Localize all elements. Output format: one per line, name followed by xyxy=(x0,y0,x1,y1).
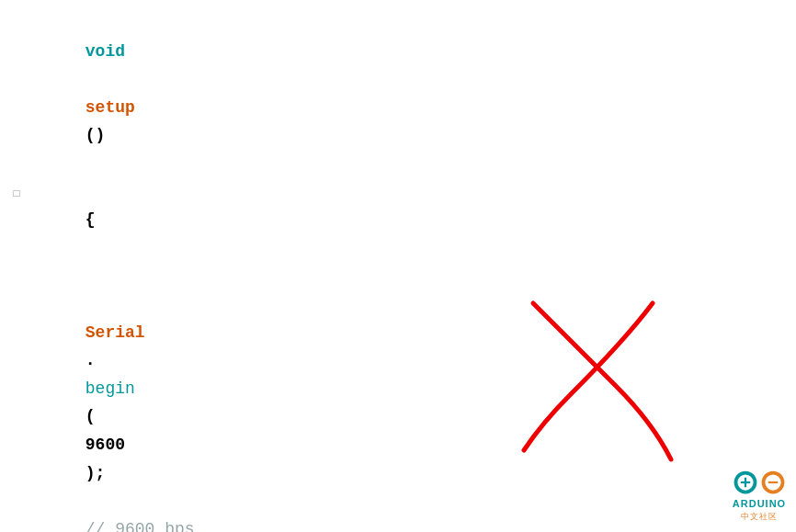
func-setup: setup xyxy=(85,98,135,117)
parens: () xyxy=(85,126,106,144)
code-line-2: □ { xyxy=(0,178,796,263)
brace-open: { xyxy=(85,210,96,229)
code-content: Serial . begin ( 9600 ); // 9600 bps xyxy=(26,262,796,532)
arduino-brand-text: ARDUINO xyxy=(733,498,786,509)
code-content: { xyxy=(26,178,796,263)
serial-obj: Serial xyxy=(85,323,145,342)
code-editor: void setup () □ { Serial . begin ( 9600 … xyxy=(0,0,796,532)
arduino-community-text: 中文社区 xyxy=(741,511,778,523)
keyword-void: void xyxy=(85,42,125,61)
code-line-1: void setup () xyxy=(0,9,796,178)
code-line-3: Serial . begin ( 9600 ); // 9600 bps xyxy=(0,262,796,532)
dot: . xyxy=(85,351,96,369)
paren-close: ); xyxy=(85,464,106,482)
space xyxy=(85,70,96,88)
arduino-infinity-icon xyxy=(732,469,787,496)
paren-open: ( xyxy=(85,407,96,425)
fold-marker-setup[interactable]: □ xyxy=(9,187,24,201)
code-content: void setup () xyxy=(26,9,796,178)
arduino-logo: ARDUINO 中文社区 xyxy=(732,469,787,523)
baud-rate: 9600 xyxy=(85,436,125,454)
comment-bps: // 9600 bps xyxy=(85,520,195,532)
method-begin: begin xyxy=(85,379,135,398)
space2 xyxy=(85,492,96,510)
